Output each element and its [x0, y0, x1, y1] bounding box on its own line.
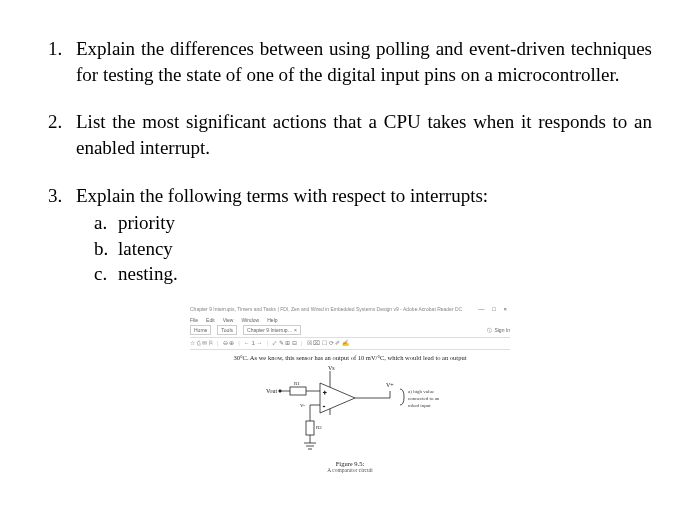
toolbar-group-3: ← 1 →	[244, 339, 263, 349]
question-2: 2. List the most significant actions tha…	[48, 109, 652, 160]
label-vout: Vout	[266, 388, 278, 394]
question-number: 3.	[48, 183, 76, 209]
menu-view: View	[223, 316, 234, 324]
label-vm: V-	[300, 403, 305, 408]
svg-text:+: +	[323, 389, 327, 395]
menu-file: File	[190, 316, 198, 324]
tab-home: Home	[190, 325, 211, 335]
label-vs: Vs	[328, 365, 335, 371]
figure-caption: Figure 9.5:	[190, 460, 510, 467]
label-r2: R2	[316, 425, 322, 430]
menu-edit: Edit	[206, 316, 215, 324]
figure-body-text: 30°C. As we know, this sensor has an out…	[190, 354, 510, 361]
embedded-figure: Chapter 9 Interrupts, Timers and Tasks |…	[190, 305, 510, 473]
svg-rect-2	[290, 387, 306, 395]
toolbar-group-1: ☆ ⎙ ✉ ⎘	[190, 339, 213, 349]
tab-tools: Tools	[217, 325, 237, 335]
toolbar-group-4: ⤢ ✎ ⊞ ⊟	[272, 339, 297, 349]
question-1: 1. Explain the differences between using…	[48, 36, 652, 87]
figure-titlebar-text: Chapter 9 Interrupts, Timers and Tasks |…	[190, 305, 462, 315]
sub-list: a. priority b. latency c. nesting.	[94, 210, 652, 287]
sub-label: nesting.	[118, 261, 178, 287]
question-3: 3. Explain the following terms with resp…	[48, 183, 652, 288]
sub-item-b: b. latency	[94, 236, 652, 262]
svg-text:-: -	[323, 403, 325, 409]
note-line-1: a) high value	[408, 389, 435, 394]
note-line-3: mbed input	[408, 403, 431, 408]
window-buttons-icon: — □ ×	[479, 305, 510, 315]
figure-window-chrome: Chapter 9 Interrupts, Timers and Tasks |…	[190, 305, 510, 350]
question-number: 2.	[48, 109, 76, 160]
tab-document: Chapter 9 Interrup… ×	[243, 325, 301, 335]
menu-help: Help	[267, 316, 277, 324]
sub-item-a: a. priority	[94, 210, 652, 236]
sub-label: latency	[118, 236, 173, 262]
sub-label: priority	[118, 210, 175, 236]
figure-tabs: Home Tools Chapter 9 Interrup… × ⓘ Sign …	[190, 325, 510, 335]
label-r1: R1	[294, 381, 300, 386]
info-icon: ⓘ	[487, 326, 492, 334]
question-number: 1.	[48, 36, 76, 87]
sub-letter: c.	[94, 261, 118, 287]
figure-toolbar: ☆ ⎙ ✉ ⎘ | ⊖ ⊕ | ← 1 → | ⤢ ✎ ⊞ ⊟ | ☒ ⌧ ☐ …	[190, 337, 510, 351]
sign-in-label: Sign In	[494, 326, 510, 334]
sub-letter: a.	[94, 210, 118, 236]
toolbar-group-5: ☒ ⌧ ☐ ⟳ ✐ ✍	[307, 339, 349, 349]
question-text: Explain the differences between using po…	[76, 36, 652, 87]
figure-subcaption: A comparator circuit	[190, 467, 510, 473]
menu-window: Window	[241, 316, 259, 324]
sub-item-c: c. nesting.	[94, 261, 652, 287]
figure-menubar: File Edit View Window Help	[190, 316, 510, 324]
sub-letter: b.	[94, 236, 118, 262]
question-text: Explain the following terms with respect…	[76, 183, 652, 209]
svg-rect-11	[306, 421, 314, 435]
question-list: 1. Explain the differences between using…	[48, 36, 652, 287]
label-vp: V+	[386, 382, 394, 388]
sign-in: ⓘ Sign In	[487, 326, 510, 334]
note-line-2: connected to an	[408, 396, 440, 401]
question-text: List the most significant actions that a…	[76, 109, 652, 160]
svg-point-16	[279, 390, 281, 392]
circuit-diagram: + -	[190, 363, 510, 458]
toolbar-group-2: ⊖ ⊕	[223, 339, 235, 349]
